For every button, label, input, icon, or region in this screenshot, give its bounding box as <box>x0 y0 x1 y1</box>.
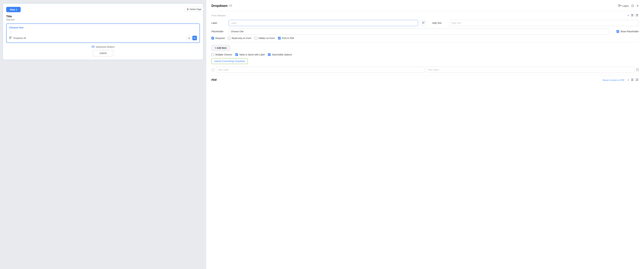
searchable-options-label: Searchable Options <box>272 53 292 56</box>
item-radio <box>212 68 214 71</box>
submission-label: Submission Buttons <box>92 46 114 48</box>
placeholder-row: Placeholder Show Placeholder <box>212 28 639 35</box>
hidden-checkbox[interactable] <box>254 37 257 40</box>
panel-title-number: #8 <box>229 4 232 8</box>
multiple-choices-checkbox[interactable] <box>212 53 214 56</box>
submit-button-preview[interactable]: Submit <box>93 50 114 56</box>
searchable-options-checkbox[interactable] <box>268 53 270 56</box>
panel-header: Dropdown #8 Logics ✕ <box>212 4 639 8</box>
svg-rect-13 <box>422 22 425 22</box>
item-label-input[interactable] <box>216 67 424 73</box>
svg-rect-20 <box>636 80 638 80</box>
checkboxes-divider <box>212 42 639 42</box>
help-text-input[interactable] <box>449 20 639 26</box>
svg-rect-9 <box>631 16 634 16</box>
hidden-label: Hidden on Form <box>258 37 275 40</box>
field-card-actions: ⊕ Re <box>187 36 197 40</box>
field-add-button[interactable]: ⊕ <box>187 36 192 40</box>
right-panel: Dropdown #8 Logics ✕ <box>206 0 644 269</box>
align-buttons: ≡ <box>627 14 639 17</box>
submission-icon <box>92 46 94 48</box>
svg-rect-8 <box>632 15 633 15</box>
pdf-align-center-button[interactable] <box>630 78 634 82</box>
pdf-section: PDF Reuse Content on PDF ≡ <box>212 78 639 82</box>
searchable-options-checkbox-row: Searchable Options <box>268 53 292 56</box>
label-field-label: Label <box>212 22 226 24</box>
plus-circle-icon: ⊕ <box>188 37 190 39</box>
svg-rect-14 <box>422 23 424 23</box>
field-card-footer: Dropdown #8 ⊕ Re <box>9 36 197 40</box>
pin-button[interactable] <box>631 5 634 7</box>
required-checkbox-row: Required <box>212 37 224 40</box>
form-attributes-section-header: Form Attributes ≡ <box>212 14 639 17</box>
svg-rect-17 <box>632 80 633 80</box>
svg-rect-0 <box>9 37 12 37</box>
pdf-align-left-button[interactable]: ≡ <box>627 78 630 82</box>
required-checkbox[interactable] <box>212 37 214 40</box>
field-card: Choose One ⋮ Dropdown #8 ⊕ <box>6 24 200 43</box>
checkboxes-group: Required Read-only on Form Hidden on For… <box>212 37 639 40</box>
svg-point-6 <box>620 5 621 6</box>
delete-icon: 🗑 <box>187 8 189 11</box>
item-delete-button[interactable] <box>636 68 639 71</box>
section-title: Form Attributes <box>212 14 226 17</box>
field-re-button[interactable]: Re <box>192 36 197 40</box>
panel-title: Dropdown #8 <box>212 4 232 8</box>
page-help-text: Help text <box>6 19 200 21</box>
pdf-align-right-button[interactable] <box>635 78 639 82</box>
readonly-checkbox-row: Read-only on Form <box>228 37 251 40</box>
left-panel: Step 1 Title Help text 🗑 Delete Page Cho… <box>0 0 206 269</box>
svg-rect-11 <box>636 15 638 15</box>
readonly-checkbox[interactable] <box>228 37 230 40</box>
label-helptext-row: Label Help Text <box>212 20 639 26</box>
add-item-button[interactable]: + Add Item <box>212 45 230 51</box>
field-card-title: Choose One <box>9 26 197 29</box>
print-pdf-checkbox[interactable] <box>278 37 281 40</box>
svg-rect-1 <box>9 38 12 38</box>
re-icon: Re <box>194 37 196 39</box>
show-placeholder-label: Show Placeholder <box>620 30 639 33</box>
pdf-title: PDF <box>212 78 217 82</box>
label-icon-button[interactable] <box>421 20 426 26</box>
value-same-label-checkbox[interactable] <box>235 53 238 56</box>
close-button[interactable]: ✕ <box>636 4 639 8</box>
svg-rect-2 <box>9 39 11 39</box>
print-pdf-label: Print in PDF <box>282 37 294 40</box>
reuse-content-button[interactable]: Reuse Content on PDF <box>603 79 624 81</box>
multiple-choices-checkbox-row: Multiple Choices <box>212 53 232 56</box>
show-placeholder-checkbox-row: Show Placeholder <box>616 30 639 33</box>
pdf-actions: Reuse Content on PDF ≡ <box>603 78 639 82</box>
field-card-label: Dropdown #8 <box>9 37 26 40</box>
readonly-label: Read-only on Form <box>232 37 251 40</box>
value-same-label-checkbox-row: Value is Same with Label <box>235 53 265 56</box>
item-value-input[interactable] <box>426 67 634 73</box>
page-title: Title <box>6 15 200 18</box>
required-label: Required <box>215 37 224 40</box>
dropdown-icon <box>9 37 12 40</box>
show-placeholder-checkbox[interactable] <box>616 30 619 33</box>
svg-rect-15 <box>422 24 424 24</box>
label-input[interactable] <box>229 20 418 26</box>
svg-rect-19 <box>636 79 638 79</box>
align-left-button[interactable]: ≡ <box>627 14 630 17</box>
logics-button[interactable]: Logics <box>618 4 629 7</box>
svg-point-5 <box>618 6 619 7</box>
value-same-label-label: Value is Same with Label <box>239 53 265 56</box>
upload-cascading-button[interactable]: Upload (Cascading) Dropdown <box>212 58 248 64</box>
svg-rect-7 <box>631 14 634 15</box>
form-container: Step 1 Title Help text 🗑 Delete Page Cho… <box>2 3 204 60</box>
step-badge[interactable]: Step 1 <box>6 7 21 12</box>
pdf-align-buttons: ≡ <box>627 78 639 82</box>
panel-header-actions: Logics ✕ <box>618 4 639 8</box>
svg-rect-12 <box>636 16 638 16</box>
delete-page-button[interactable]: 🗑 Delete Page <box>184 7 204 12</box>
svg-rect-10 <box>636 14 638 15</box>
placeholder-input[interactable] <box>229 28 609 35</box>
placeholder-field-label: Placeholder <box>212 30 226 33</box>
bottom-checkboxes-group: Multiple Choices Value is Same with Labe… <box>212 53 639 56</box>
svg-rect-16 <box>631 79 634 79</box>
align-center-button[interactable] <box>630 14 634 17</box>
field-card-dots: ⋮ <box>9 30 197 34</box>
align-right-button[interactable] <box>635 14 639 17</box>
svg-rect-21 <box>636 80 638 81</box>
